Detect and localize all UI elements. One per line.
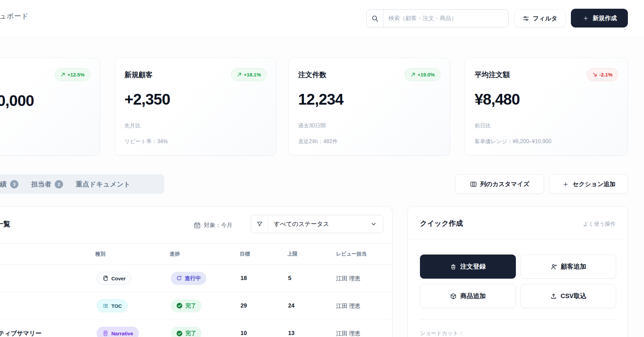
tab-bar: 実績 3 担当者 2 重点ドキュメント <box>0 174 164 194</box>
kpi-trend-badge: +18.1% <box>231 68 267 81</box>
target-value: 10 <box>240 330 247 337</box>
limit-value: 5 <box>288 275 291 282</box>
kpi-card-revenue: +12.5% 0,000 <box>0 58 100 156</box>
period-filter: 対象：今月 <box>194 221 232 229</box>
quick-create-subtitle: よく使う操作 <box>583 221 615 228</box>
status-filter-select[interactable]: すべてのステータス <box>251 215 383 233</box>
kpi-value: 12,234 <box>298 92 343 107</box>
trend-up-icon <box>60 72 65 77</box>
check-circle-icon <box>176 330 183 337</box>
tab-label: 実績 <box>0 180 7 189</box>
table-row[interactable]: ティブサマリー Narrative 完了 10 <box>0 320 392 337</box>
plus-icon: ＋ <box>582 13 589 23</box>
reviewer-name: 江田 理恵 <box>336 274 361 282</box>
col-header-progress: 進捗 <box>170 251 180 257</box>
add-section-label: セクション追加 <box>573 180 615 188</box>
tab-label: 重点ドキュメント <box>76 180 130 189</box>
filter-button[interactable]: フィルタ <box>514 9 566 27</box>
table-row[interactable]: Cover 進行中 18 5 江田 理恵 <box>0 265 392 292</box>
kpi-subtext: 過去30日間 <box>298 122 326 129</box>
csv-import-button[interactable]: CSV取込 <box>521 284 616 308</box>
kpi-subtext: 先月比 <box>124 122 141 129</box>
tab-assignees[interactable]: 担当者 2 <box>31 180 63 189</box>
quick-create-panel: クイック作成 よく使う操作 注文登録 顧客追加 <box>408 206 628 337</box>
limit-value: 24 <box>288 302 294 309</box>
trend-up-icon <box>411 72 416 77</box>
quick-create-title: クイック作成 <box>420 219 463 228</box>
customize-columns-button[interactable]: 列のカスタマイズ <box>455 174 544 194</box>
col-header-reviewer: レビュー担当 <box>336 251 367 257</box>
kpi-card-new-customers: 新規顧客 +18.1% +2,350 先月比 リピート率：34% <box>115 58 276 156</box>
status-badge-done: 完了 <box>171 327 202 337</box>
upload-icon <box>550 293 557 300</box>
add-customer-label: 顧客追加 <box>561 262 586 271</box>
document-icon <box>102 330 109 337</box>
order-register-label: 注文登録 <box>460 262 486 271</box>
filter-button-label: フィルタ <box>533 14 557 22</box>
csv-import-label: CSV取込 <box>560 292 586 300</box>
package-icon <box>450 293 457 300</box>
funnel-icon <box>251 215 268 233</box>
col-header-limit: 上限 <box>287 251 298 257</box>
col-header-target: 目標 <box>240 251 250 257</box>
tab-results[interactable]: 実績 3 <box>0 180 18 189</box>
chevron-down-icon <box>370 221 383 227</box>
kpi-value: ¥8,480 <box>475 92 520 107</box>
target-value: 29 <box>240 302 247 309</box>
table-header-row: 種別 進捗 目標 上限 レビュー担当 <box>0 243 392 265</box>
kpi-card-avg-order: 平均注文額 -2.1% ¥8,480 前日比 客単価レンジ：¥6,200–¥10… <box>465 58 628 156</box>
tab-key-documents[interactable]: 重点ドキュメント <box>76 180 130 189</box>
top-bar: ュボード フィルタ ＋ 新規作成 <box>0 0 644 37</box>
table-row[interactable]: TOC 完了 29 24 江田 理恵 <box>0 292 392 320</box>
bag-plus-icon <box>450 263 457 270</box>
tab-count-badge: 3 <box>10 180 18 188</box>
add-section-button[interactable]: ＋ セクション追加 <box>549 174 628 194</box>
add-product-button[interactable]: 商品追加 <box>420 284 516 308</box>
calendar-icon <box>194 222 201 229</box>
reviewer-name: 江田 理恵 <box>336 330 361 337</box>
divider <box>420 320 616 320</box>
check-circle-icon <box>176 302 183 309</box>
kpi-subtext: リピート率：34% <box>124 138 168 145</box>
divider <box>408 239 628 239</box>
status-filter-value: すべてのステータス <box>268 220 370 228</box>
order-register-button[interactable]: 注文登録 <box>420 255 516 279</box>
tab-count-badge: 2 <box>55 180 63 188</box>
customize-columns-label: 列のカスタマイズ <box>480 180 530 188</box>
documents-table-card: 一覧 対象：今月 すべてのステータス <box>0 206 392 337</box>
list-icon <box>102 302 109 309</box>
type-badge-narrative: Narrative <box>97 327 139 337</box>
dashboard-screen: ュボード フィルタ ＋ 新規作成 <box>0 0 644 337</box>
target-value: 18 <box>240 275 247 282</box>
document-name: ティブサマリー <box>0 329 42 337</box>
quick-actions-grid: 注文登録 顧客追加 商品追加 CSV取込 <box>420 255 616 308</box>
add-customer-button[interactable]: 顧客追加 <box>521 255 616 279</box>
search-input[interactable] <box>383 10 508 27</box>
type-badge-toc: TOC <box>97 299 127 312</box>
kpi-title: 新規顧客 <box>124 70 153 79</box>
kpi-value: +2,350 <box>124 92 170 107</box>
kpi-title: 注文件数 <box>298 70 326 79</box>
add-product-label: 商品追加 <box>460 292 486 300</box>
trend-down-icon <box>592 72 597 77</box>
shortcuts-label: ショートカット： <box>420 330 464 337</box>
kpi-subtext: 直近24h：482件 <box>298 138 337 145</box>
create-button[interactable]: ＋ 新規作成 <box>571 9 628 27</box>
kpi-value: 0,000 <box>0 93 34 108</box>
create-button-label: 新規作成 <box>593 14 617 22</box>
search-icon <box>367 15 383 22</box>
status-badge-in-progress: 進行中 <box>171 272 206 285</box>
kpi-title: 平均注文額 <box>475 70 510 79</box>
col-header-type: 種別 <box>95 251 105 257</box>
search-box[interactable] <box>366 9 508 27</box>
limit-value: 13 <box>288 330 294 337</box>
type-badge-cover: Cover <box>97 272 131 285</box>
kpi-trend-badge: +19.0% <box>405 68 440 81</box>
sliders-icon <box>523 15 529 22</box>
page-title: ュボード <box>0 11 29 21</box>
book-icon <box>102 275 109 281</box>
table-title: 一覧 <box>0 219 10 229</box>
reviewer-name: 江田 理恵 <box>336 302 361 310</box>
kpi-subtext: 前日比 <box>475 122 491 129</box>
plus-icon: ＋ <box>562 179 569 189</box>
